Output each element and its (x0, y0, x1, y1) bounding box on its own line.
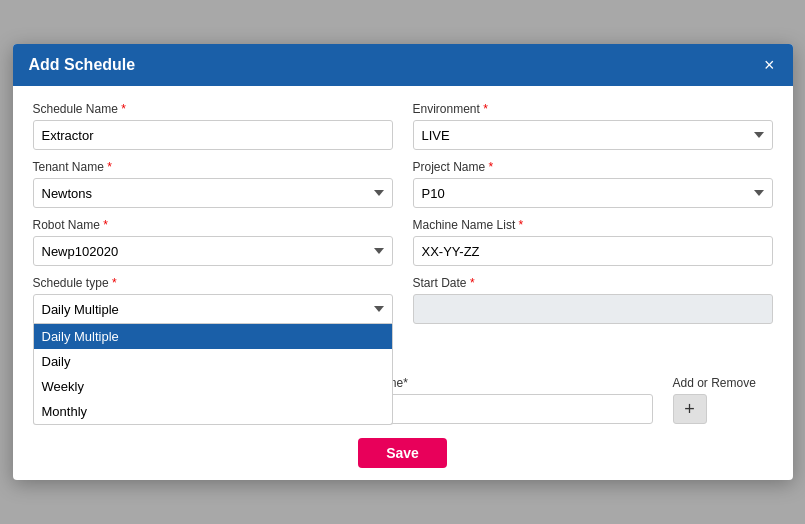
start-date-label: Start Date * (413, 276, 773, 290)
machine-name-list-input[interactable] (413, 236, 773, 266)
required-star: * (121, 102, 126, 116)
end-time-label: End Time* (353, 376, 653, 390)
modal-body: Schedule Name * Environment * LIVE DEV T… (13, 86, 793, 480)
row-schedule-environment: Schedule Name * Environment * LIVE DEV T… (33, 102, 773, 150)
add-time-button[interactable]: + (673, 394, 707, 424)
robot-name-select[interactable]: Newp102020 Robot2 (33, 236, 393, 266)
required-star-project: * (489, 160, 494, 174)
modal-overlay: Add Schedule × Schedule Name * Environme… (0, 0, 805, 524)
schedule-name-input[interactable] (33, 120, 393, 150)
save-button[interactable]: Save (358, 438, 447, 468)
schedule-name-label: Schedule Name * (33, 102, 393, 116)
schedule-type-dropdown: Daily Multiple Daily Weekly Monthly (33, 324, 393, 425)
required-star-env: * (483, 102, 488, 116)
environment-label: Environment * (413, 102, 773, 116)
col-end-time: End Time* (353, 376, 653, 424)
modal-title: Add Schedule (29, 56, 136, 74)
col-project-name: Project Name * P10 P11 P12 (413, 160, 773, 208)
col-tenant-name: Tenant Name * Newtons Option2 (33, 160, 393, 208)
col-start-date: Start Date * (413, 276, 773, 324)
required-star-tenant: * (107, 160, 112, 174)
tenant-name-select[interactable]: Newtons Option2 (33, 178, 393, 208)
end-time-input[interactable] (353, 394, 653, 424)
schedule-type-label: Schedule type * (33, 276, 393, 290)
row-schedule-type-start-date: Schedule type * Daily Multiple Daily Wee… (33, 276, 773, 324)
save-row: Save (33, 438, 773, 468)
required-star-start-date: * (470, 276, 475, 290)
row-tenant-project: Tenant Name * Newtons Option2 Project Na… (33, 160, 773, 208)
start-date-input[interactable] (413, 294, 773, 324)
project-name-select[interactable]: P10 P11 P12 (413, 178, 773, 208)
schedule-type-container: Daily Multiple Daily Weekly Monthly Dail… (33, 294, 393, 324)
col-environment: Environment * LIVE DEV TEST (413, 102, 773, 150)
add-or-remove-label: Add or Remove (673, 376, 773, 390)
modal-dialog: Add Schedule × Schedule Name * Environme… (13, 44, 793, 480)
dropdown-option-weekly[interactable]: Weekly (34, 374, 392, 399)
required-star-schedule-type: * (112, 276, 117, 290)
tenant-name-label: Tenant Name * (33, 160, 393, 174)
robot-name-label: Robot Name * (33, 218, 393, 232)
modal-header: Add Schedule × (13, 44, 793, 86)
dropdown-option-daily[interactable]: Daily (34, 349, 392, 374)
col-robot-name: Robot Name * Newp102020 Robot2 (33, 218, 393, 266)
dropdown-option-daily-multiple[interactable]: Daily Multiple (34, 324, 392, 349)
col-schedule-type: Schedule type * Daily Multiple Daily Wee… (33, 276, 393, 324)
required-star-robot: * (103, 218, 108, 232)
schedule-type-select[interactable]: Daily Multiple Daily Weekly Monthly (33, 294, 393, 324)
required-star-machine: * (519, 218, 524, 232)
col-machine-name-list: Machine Name List * (413, 218, 773, 266)
project-name-label: Project Name * (413, 160, 773, 174)
machine-name-list-label: Machine Name List * (413, 218, 773, 232)
close-button[interactable]: × (762, 56, 777, 74)
row-robot-machine: Robot Name * Newp102020 Robot2 Machine N… (33, 218, 773, 266)
col-add-remove: Add or Remove + (673, 376, 773, 424)
col-schedule-name: Schedule Name * (33, 102, 393, 150)
environment-select[interactable]: LIVE DEV TEST (413, 120, 773, 150)
dropdown-option-monthly[interactable]: Monthly (34, 399, 392, 424)
